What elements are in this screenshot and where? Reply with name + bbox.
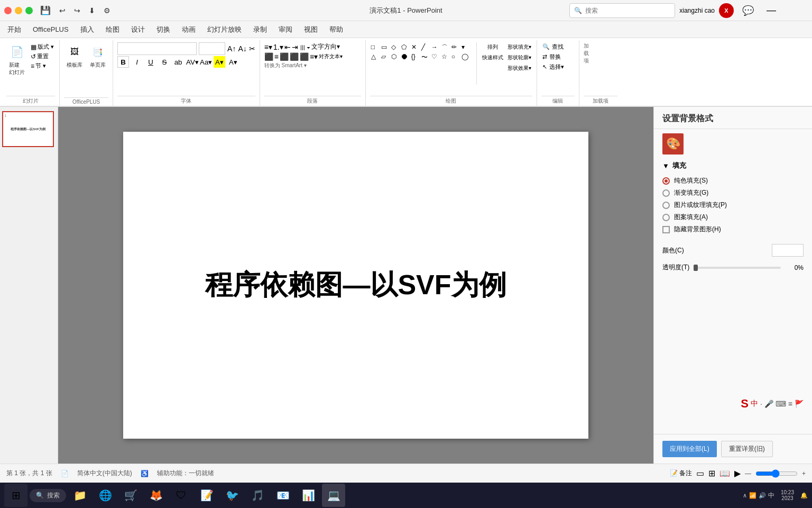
column-button[interactable]: ⫼▾ [299, 43, 310, 51]
wps-zh-icon[interactable]: 中 [751, 399, 758, 409]
reset-button[interactable]: ↺重置 [30, 52, 55, 61]
find-button[interactable]: 🔍查找 [541, 42, 565, 51]
select-button[interactable]: ↖选择▾ [541, 62, 565, 71]
search-input[interactable] [585, 7, 670, 14]
shape-rect[interactable]: □ [371, 43, 381, 52]
layout-button[interactable]: ▦版式 ▾ [30, 42, 55, 51]
align-center-button[interactable]: ≡ [274, 52, 279, 61]
align-left-button[interactable]: ⬛ [264, 52, 273, 61]
menu-insert[interactable]: 插入 [75, 23, 99, 37]
taskbar-shield[interactable]: 🛡 [170, 484, 193, 507]
align-right-button[interactable]: ⬛ [280, 52, 289, 61]
taskbar-notepad[interactable]: 📝 [195, 484, 218, 507]
transparency-slider[interactable] [694, 267, 781, 269]
menu-slideshow[interactable]: 幻灯片放映 [202, 23, 247, 37]
font-color-button[interactable]: A▾ [227, 56, 239, 68]
shape-octagon[interactable]: ⯃ [401, 53, 411, 62]
comment-button[interactable]: 💬 [738, 3, 758, 19]
close-traffic-light[interactable] [4, 7, 12, 14]
convert-smartart-button[interactable]: 对齐文本▾ [319, 53, 343, 60]
taskbar-firefox[interactable]: 🦊 [144, 484, 168, 507]
taskbar-store[interactable]: 🛒 [119, 484, 142, 507]
minimize-traffic-light[interactable] [15, 7, 22, 14]
slideshow-button[interactable]: ▶ [734, 468, 741, 478]
more-button[interactable]: ⬇ [86, 5, 98, 16]
highlight-button[interactable]: A▾ [214, 56, 225, 68]
gradient-fill-option[interactable]: 渐变填充(G) [662, 187, 804, 199]
menu-review[interactable]: 审阅 [273, 23, 298, 37]
reset-button[interactable]: 重置详景(旧) [721, 441, 773, 457]
underline-button[interactable]: U [145, 56, 156, 68]
taskbar-bird[interactable]: 🐦 [220, 484, 244, 507]
shape-misc1[interactable]: ☆ [441, 53, 451, 62]
shape-diamond[interactable]: ◇ [391, 43, 401, 52]
text-direction-button[interactable]: 文字方向▾ [311, 42, 340, 51]
color-picker[interactable] [772, 244, 804, 257]
tray-expand-icon[interactable]: ∧ [743, 492, 747, 499]
line-spacing-button[interactable]: ≡▾ [310, 52, 318, 61]
zoom-plus-button[interactable]: + [802, 470, 806, 477]
slide-thumbnail-1[interactable]: 1 程序依赖图—以SVF为例 [2, 111, 54, 147]
undo-button[interactable]: ↩ [56, 5, 69, 16]
picture-fill-option[interactable]: 图片或纹理填充(P) [662, 199, 804, 211]
font-size-input[interactable]: 54 [199, 42, 225, 55]
shape-misc3[interactable]: ◯ [462, 53, 471, 62]
user-avatar[interactable]: X [719, 3, 734, 18]
menu-view[interactable]: 视图 [299, 23, 323, 37]
numbering-button[interactable]: 1.▾ [273, 43, 283, 51]
network-icon[interactable]: 📶 [749, 492, 756, 499]
minimize-button[interactable]: — [762, 3, 780, 18]
shape-arrow[interactable]: → [431, 43, 441, 52]
picture-fill-radio[interactable] [662, 202, 670, 209]
notification-icon[interactable]: 🔔 [800, 492, 808, 499]
maximize-traffic-light[interactable] [25, 7, 33, 14]
bold-button[interactable]: B [117, 56, 129, 68]
ime-icon[interactable]: 中 [768, 491, 774, 500]
start-button[interactable]: ⊞ [4, 484, 27, 507]
menu-home[interactable]: 开始 [2, 23, 26, 37]
solid-fill-option[interactable]: 纯色填充(S) [662, 175, 804, 187]
menu-design[interactable]: 设计 [126, 23, 150, 37]
taskbar-mail[interactable]: 📧 [271, 484, 294, 507]
menu-record[interactable]: 录制 [248, 23, 272, 37]
shape-heart[interactable]: ♡ [431, 53, 441, 62]
shape-misc2[interactable]: ○ [451, 53, 461, 62]
single-page-button[interactable]: 📑 单页库 [87, 42, 108, 70]
indent-decrease-button[interactable]: ⇤ [284, 43, 291, 51]
reading-view-button[interactable]: 📖 [719, 468, 730, 478]
spacing-button[interactable]: AV▾ [186, 56, 198, 68]
new-slide-button[interactable]: 📄 新建幻灯片 [6, 42, 27, 77]
shape-curve[interactable]: ⌒ [441, 43, 451, 52]
indent-increase-button[interactable]: ⇥ [292, 43, 298, 51]
pattern-fill-radio[interactable] [662, 214, 670, 221]
redo-button[interactable]: ↪ [71, 5, 84, 16]
shape-fill-button[interactable]: 形状填充▾ [506, 42, 532, 52]
menu-officeplus[interactable]: OfficePLUS [27, 23, 74, 35]
canvas-area[interactable]: 程序依赖图—以SVF为例 [58, 107, 653, 464]
zoom-minus-button[interactable]: — [745, 470, 751, 477]
clear-format-button[interactable]: ✂ [249, 44, 255, 53]
taskbar-file-manager[interactable]: 📁 [68, 484, 91, 507]
shape-effect-button[interactable]: 形状效果▾ [506, 64, 532, 73]
shape-more[interactable]: ▾ [462, 43, 471, 52]
shape-cylinder[interactable]: ⬠ [401, 43, 411, 52]
pattern-fill-option[interactable]: 图案填充(A) [662, 211, 804, 223]
shape-freeform[interactable]: ✏ [451, 43, 461, 52]
taskbar-charts[interactable]: 📊 [297, 484, 320, 507]
shape-wave[interactable]: 〜 [421, 53, 431, 62]
gradient-fill-radio[interactable] [662, 189, 670, 197]
zoom-slider[interactable] [755, 469, 798, 478]
solid-fill-radio[interactable] [662, 177, 670, 185]
hide-bg-option[interactable]: 隐藏背景图形(H) [662, 223, 804, 235]
slide-title[interactable]: 程序依赖图—以SVF为例 [205, 267, 506, 304]
menu-help[interactable]: 帮助 [324, 23, 348, 37]
shape-triangle[interactable]: △ [371, 53, 381, 62]
wps-keyboard-icon[interactable]: ⌨ [776, 400, 786, 408]
justify-low-button[interactable]: ⬛ [300, 52, 309, 61]
volume-icon[interactable]: 🔊 [759, 492, 766, 499]
wps-mic-icon[interactable]: 🎤 [764, 400, 773, 408]
quick-style-button[interactable]: 快速样式 [481, 53, 504, 62]
paint-bucket-icon[interactable]: 🎨 [662, 133, 684, 155]
shape-cross[interactable]: ✕ [411, 43, 421, 52]
case-button[interactable]: Aa▾ [200, 56, 211, 68]
